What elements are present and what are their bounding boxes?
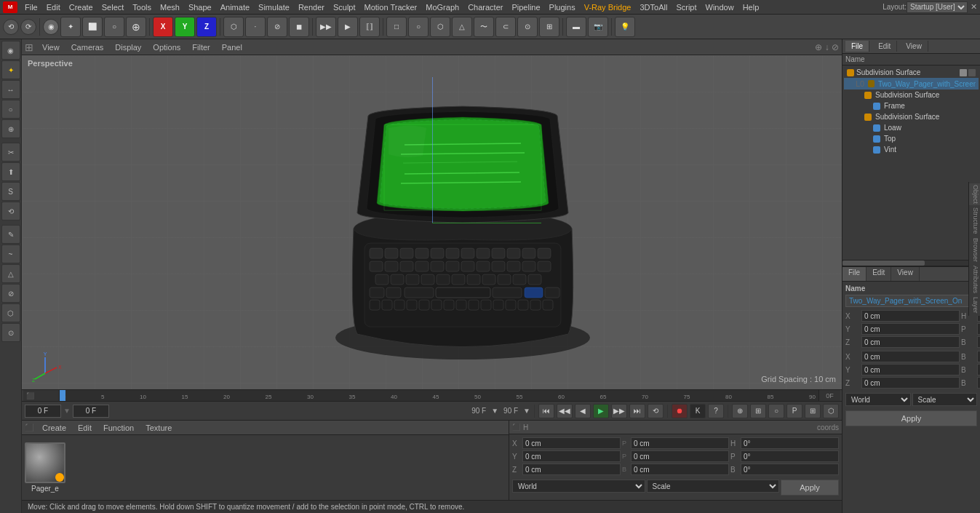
obj-item-frame[interactable]: Frame — [844, 100, 979, 111]
grid-btn[interactable]: ⊞ — [805, 404, 821, 418]
obj-file-menu[interactable]: File — [845, 41, 869, 52]
z-b[interactable] — [977, 377, 980, 389]
rotate-button[interactable]: ○ — [104, 17, 124, 37]
x-b[interactable] — [977, 351, 980, 362]
menu-motion-tracker[interactable]: Motion Tracker — [360, 1, 422, 13]
menu-3dtoall[interactable]: 3DToAll — [635, 1, 672, 13]
bridge-tool-btn[interactable]: S — [1, 182, 20, 201]
obj-item-top[interactable]: Top — [844, 133, 979, 144]
z-axis-button[interactable]: Z — [196, 17, 217, 37]
world-select[interactable]: World Object — [845, 393, 911, 406]
timeline-track[interactable]: 0 5 10 15 20 25 30 35 40 45 50 55 60 65 — [60, 390, 818, 401]
sphere-button[interactable]: ○ — [408, 17, 429, 37]
attr-view-tab[interactable]: View — [891, 267, 920, 281]
menu-shape[interactable]: Shape — [184, 1, 216, 13]
y-b[interactable] — [977, 364, 980, 375]
menu-vray-bridge[interactable]: V-Ray Bridge — [580, 1, 636, 13]
options-menu[interactable]: Options — [150, 41, 183, 53]
z-scale[interactable] — [861, 377, 960, 389]
frame-start-input[interactable] — [25, 405, 61, 418]
view-menu[interactable]: View — [39, 41, 63, 53]
object-mode-button[interactable]: ⬡ — [223, 17, 244, 37]
mat-function-menu[interactable]: Function — [100, 422, 137, 434]
apply-btn[interactable]: Apply — [845, 410, 977, 426]
menu-sculpt[interactable]: Sculpt — [329, 1, 360, 13]
snap-btn[interactable]: ⊕ — [732, 404, 748, 418]
material-thumbnail[interactable] — [25, 442, 65, 483]
transform-tool-btn[interactable]: ⊕ — [1, 119, 20, 138]
x-rot-input[interactable] — [631, 437, 729, 449]
b-scale-input[interactable] — [741, 464, 839, 475]
structure-tab-vertical[interactable]: Structure — [969, 206, 980, 236]
play-btn[interactable]: ▶ — [593, 404, 609, 418]
step-back-btn[interactable]: ◀◀ — [557, 404, 573, 418]
menu-help[interactable]: Help — [738, 1, 764, 13]
record-btn[interactable]: ⏺ — [672, 404, 688, 418]
loop-btn[interactable]: ⟲ — [648, 404, 664, 418]
menu-character[interactable]: Character — [463, 1, 507, 13]
cylinder-button[interactable]: ⬡ — [430, 17, 450, 37]
auto-key-btn[interactable]: K — [690, 404, 706, 418]
select-tool-btn[interactable]: ◉ — [1, 41, 20, 60]
panel-menu[interactable]: Panel — [219, 41, 245, 53]
viewport-3d[interactable]: Perspective — [22, 55, 842, 389]
y-pos-input[interactable] — [522, 450, 621, 462]
mat-create-menu[interactable]: Create — [39, 422, 69, 434]
obj-item-vint[interactable]: Vint — [844, 144, 979, 155]
render-region-button[interactable]: ▶▶ — [316, 17, 336, 37]
menu-render[interactable]: Render — [294, 1, 329, 13]
layout-select[interactable]: Startup [User] — [907, 1, 968, 13]
expand-btn[interactable]: ⬡ — [823, 404, 839, 418]
live-select-button[interactable]: ◉ — [43, 19, 59, 35]
mat-edit-menu[interactable]: Edit — [75, 422, 95, 434]
close-icon[interactable]: ✕ — [971, 2, 977, 12]
menu-tools[interactable]: Tools — [128, 1, 156, 13]
play-back-btn[interactable]: ◀ — [575, 404, 591, 418]
landscape-button[interactable]: △ — [452, 17, 472, 37]
step-fwd-btn[interactable]: ▶▶ — [611, 404, 627, 418]
knife-tool-btn[interactable]: ✂ — [1, 143, 20, 162]
obj-item-subd2[interactable]: Subdivision Surface — [844, 90, 979, 100]
attr-file-tab[interactable]: File — [842, 267, 867, 281]
spline-button[interactable]: 〜 — [474, 17, 494, 37]
transform-button[interactable]: ⊕ — [126, 17, 146, 37]
b-rotation[interactable] — [977, 336, 980, 348]
light-button[interactable]: 💡 — [615, 17, 635, 37]
obj-item-pager[interactable]: L0 Two_Way_Pager_with_Screen_On — [844, 78, 979, 90]
obj-item-loaw[interactable]: Loaw — [844, 122, 979, 133]
x-position[interactable] — [861, 310, 960, 322]
filter-menu[interactable]: Filter — [189, 41, 212, 53]
menu-edit[interactable]: Edit — [42, 1, 65, 13]
x-scale[interactable] — [861, 351, 960, 362]
flatten-tool-btn[interactable]: ⊘ — [1, 284, 20, 303]
h-scale-input[interactable] — [741, 437, 839, 449]
menu-window[interactable]: Window — [701, 1, 738, 13]
coord-space-select[interactable]: World Object — [512, 480, 645, 493]
x-pos-input[interactable] — [522, 437, 621, 449]
camera-button[interactable]: 📷 — [588, 17, 608, 37]
menu-select[interactable]: Select — [97, 1, 129, 13]
snap3-btn[interactable]: ○ — [768, 404, 784, 418]
frame-current-input[interactable] — [73, 405, 109, 418]
menu-mograph[interactable]: MoGraph — [421, 1, 463, 13]
magnet-tool-btn[interactable]: ⟲ — [1, 202, 20, 220]
goto-end-btn[interactable]: ⏭ — [629, 404, 645, 418]
obj-item-subd3[interactable]: Subdivision Surface — [844, 111, 979, 122]
rotate-tool-btn[interactable]: ○ — [1, 100, 20, 119]
timeline-ruler[interactable]: ⬛ 0 5 10 15 20 25 30 35 40 4 — [22, 389, 842, 401]
apply-button[interactable]: Apply — [781, 480, 839, 496]
grab-tool-btn[interactable]: ⬡ — [1, 303, 20, 322]
object-tab-vertical[interactable]: Object — [969, 183, 980, 205]
edge-mode-button[interactable]: ⊘ — [267, 17, 287, 37]
sweep-button[interactable]: ⊂ — [495, 17, 516, 37]
cameras-menu[interactable]: Cameras — [68, 41, 107, 53]
render-button[interactable]: ▶ — [338, 17, 358, 37]
menu-pipeline[interactable]: Pipeline — [507, 1, 544, 13]
y-position[interactable] — [861, 323, 960, 335]
obj-scroll-thumb[interactable] — [842, 261, 925, 266]
question-btn[interactable]: ? — [708, 404, 724, 418]
floor-button[interactable]: ▬ — [566, 17, 586, 37]
paint-tool-btn[interactable]: ✎ — [1, 225, 20, 244]
menu-mesh[interactable]: Mesh — [156, 1, 184, 13]
play-mode-btn[interactable]: P — [786, 404, 802, 418]
